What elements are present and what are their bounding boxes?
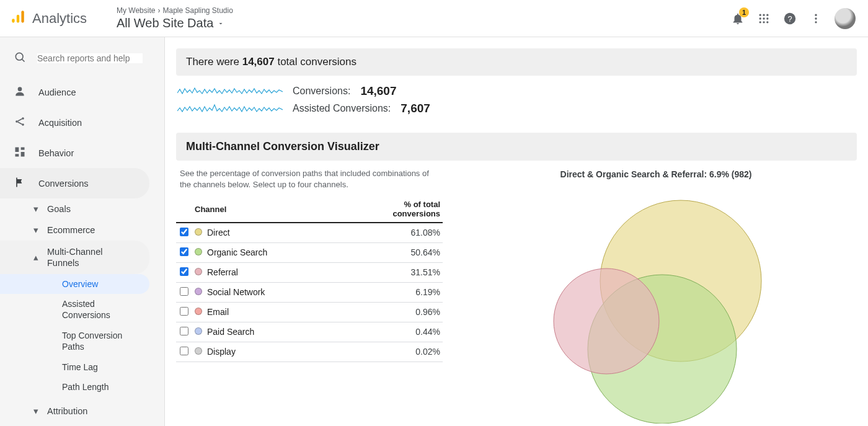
nav-label: Audience	[38, 87, 76, 97]
svg-rect-25	[21, 152, 25, 157]
svg-rect-1	[17, 14, 19, 22]
crumb-account: My Website	[117, 6, 155, 15]
channel-table: Channel % of total conversions Direct61.…	[176, 197, 443, 362]
visualizer-desc: See the percentage of conversion paths t…	[176, 167, 443, 197]
caret-down-icon	[217, 16, 224, 30]
table-row: Organic Search50.64%	[176, 242, 443, 262]
venn-panel: Direct & Organic Search & Referral: 6.9%…	[455, 167, 857, 424]
channel-name: Display	[205, 342, 337, 362]
color-swatch-icon	[195, 228, 202, 236]
svg-rect-2	[21, 11, 24, 22]
channel-checkbox[interactable]	[180, 247, 188, 256]
nav-label: Time Lag	[62, 362, 98, 372]
svg-point-15	[815, 17, 817, 19]
banner-prefix: There were	[186, 56, 242, 68]
svg-rect-24	[21, 148, 25, 150]
svg-point-4	[763, 14, 764, 16]
more-button[interactable]	[808, 11, 823, 26]
nav-label: Assisted Conversions	[62, 299, 143, 321]
nav-mcf-assisted[interactable]: Assisted Conversions	[0, 294, 164, 326]
table-row: Email0.96%	[176, 302, 443, 322]
nav-label: Acquisition	[38, 118, 82, 128]
nav-conversions[interactable]: Conversions	[0, 168, 149, 198]
table-row: Display0.02%	[176, 342, 443, 362]
color-swatch-icon	[195, 308, 202, 315]
conversions-banner: There were 14,607 total conversions	[176, 48, 857, 76]
channel-pct: 0.02%	[337, 342, 443, 362]
nav-label: Path Length	[62, 382, 109, 392]
nav-mcf-pathlen[interactable]: Path Length	[0, 377, 164, 397]
color-swatch-icon	[195, 268, 202, 275]
banner-suffix: total conversions	[275, 56, 356, 68]
venn-diagram	[526, 188, 786, 424]
header-actions: 1 ?	[730, 8, 861, 29]
color-swatch-icon	[195, 347, 202, 355]
svg-point-21	[22, 117, 24, 120]
nav-goals[interactable]: ▾ Goals	[0, 198, 164, 220]
crumb-property: Maple Sapling Studio	[162, 6, 232, 15]
channel-checkbox[interactable]	[180, 287, 188, 296]
nav-label: Behavior	[38, 148, 74, 158]
help-button[interactable]: ?	[782, 11, 797, 26]
svg-point-5	[766, 14, 768, 16]
channel-checkbox[interactable]	[180, 228, 188, 236]
color-swatch-icon	[195, 288, 202, 295]
nav-attribution[interactable]: ▾ Attribution	[0, 401, 164, 422]
channel-checkbox[interactable]	[180, 307, 188, 316]
notification-badge: 1	[739, 7, 749, 17]
svg-point-10	[763, 21, 764, 23]
channel-pct: 0.96%	[337, 302, 443, 322]
table-row: Direct61.08%	[176, 223, 443, 243]
nav-acquisition[interactable]: Acquisition	[0, 107, 164, 138]
svg-point-19	[18, 87, 22, 91]
svg-point-7	[763, 17, 764, 19]
color-swatch-icon	[195, 248, 202, 255]
col-channel: Channel	[192, 197, 337, 223]
venn-title: Direct & Organic Search & Referral: 6.9%…	[560, 169, 752, 179]
search-row	[0, 41, 164, 77]
search-input[interactable]	[37, 53, 143, 63]
nav-ecommerce[interactable]: ▾ Ecommerce	[0, 220, 164, 241]
sparkline-icon	[177, 102, 283, 115]
nav-label: Top Conversion Paths	[62, 331, 143, 352]
channel-name: Paid Search	[205, 322, 337, 342]
metric-label: Assisted Conversions:	[293, 103, 391, 114]
visualizer-area: See the percentage of conversion paths t…	[176, 167, 857, 424]
view-selector[interactable]: My Website › Maple Sapling Studio All We…	[117, 6, 233, 30]
apps-button[interactable]	[756, 11, 771, 26]
svg-point-22	[22, 123, 24, 126]
caret-down-icon: ▾	[32, 204, 40, 214]
metric-value: 14,607	[360, 84, 396, 98]
channel-pct: 61.08%	[337, 223, 443, 243]
caret-down-icon: ▾	[32, 406, 40, 416]
app-header: Analytics My Website › Maple Sapling Stu…	[0, 0, 868, 37]
svg-rect-23	[16, 148, 19, 153]
channel-checkbox[interactable]	[180, 267, 188, 276]
search-icon	[14, 51, 26, 66]
channel-pct: 50.64%	[337, 242, 443, 262]
nav-behavior[interactable]: Behavior	[0, 138, 164, 168]
visualizer-header: Multi-Channel Conversion Visualizer	[176, 133, 857, 161]
nav-mcf-paths[interactable]: Top Conversion Paths	[0, 326, 164, 357]
avatar[interactable]	[835, 8, 856, 29]
channel-checkbox[interactable]	[180, 347, 188, 355]
svg-line-18	[22, 60, 25, 62]
channel-name: Referral	[205, 262, 337, 282]
main-content: There were 14,607 total conversions Conv…	[165, 37, 868, 426]
channel-name: Organic Search	[205, 242, 337, 262]
channel-checkbox[interactable]	[180, 327, 188, 335]
nav-label: Overview	[62, 279, 98, 289]
nav-mcf[interactable]: ▴ Multi-Channel Funnels	[0, 241, 149, 274]
nav-mcf-overview[interactable]: Overview	[0, 274, 149, 294]
nav-audience[interactable]: Audience	[0, 77, 164, 107]
channel-name: Email	[205, 302, 337, 322]
color-swatch-icon	[195, 327, 202, 335]
notifications-button[interactable]: 1	[730, 11, 745, 26]
svg-point-29	[554, 268, 659, 374]
svg-point-11	[766, 21, 768, 23]
chevron-right-icon: ›	[157, 6, 160, 15]
caret-up-icon: ▴	[32, 252, 40, 263]
channel-panel: See the percentage of conversion paths t…	[176, 167, 443, 424]
nav-mcf-timelag[interactable]: Time Lag	[0, 357, 164, 377]
caret-down-icon: ▾	[32, 225, 40, 235]
